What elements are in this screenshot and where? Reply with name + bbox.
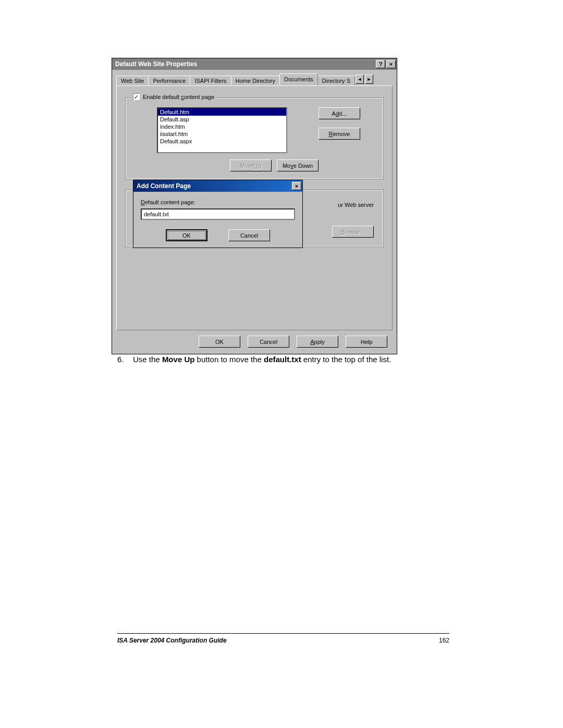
window-title: Default Web Site Properties xyxy=(115,60,375,68)
close-button[interactable]: × xyxy=(386,60,396,68)
move-down-button[interactable]: Move Down xyxy=(277,159,319,171)
instruction-step: 6. Use the Move Up button to move the de… xyxy=(117,354,482,365)
tab-web-site[interactable]: Web Site xyxy=(116,76,149,86)
add-button[interactable]: Add... xyxy=(319,107,360,119)
partial-hidden-text: ur Web server xyxy=(338,202,374,208)
list-item[interactable]: index.htm xyxy=(158,123,286,130)
dialog-titlebar[interactable]: Add Content Page × xyxy=(133,180,302,192)
dialog-button-row: OK Cancel Apply Help xyxy=(116,330,393,349)
dialog-title: Add Content Page xyxy=(137,182,291,190)
tab-performance[interactable]: Performance xyxy=(148,76,190,86)
browse-button[interactable]: Browse... xyxy=(332,226,374,238)
move-up-button[interactable]: Move Up xyxy=(230,159,272,171)
default-content-group: Enable default content page Default.htm … xyxy=(125,97,384,179)
tab-documents[interactable]: Documents xyxy=(279,73,318,85)
dialog-cancel-button[interactable]: Cancel xyxy=(228,229,270,241)
list-item[interactable]: Default.aspx xyxy=(158,138,286,145)
step-text: Use the Move Up button to move the defau… xyxy=(133,354,391,365)
remove-button[interactable]: Remove xyxy=(319,128,360,140)
content-page-list[interactable]: Default.htm Default.asp index.htm iissta… xyxy=(157,107,287,153)
help-button[interactable]: ? xyxy=(376,60,385,68)
apply-button[interactable]: Apply xyxy=(297,336,338,348)
help-button[interactable]: Help xyxy=(346,336,387,348)
list-item[interactable]: Default.asp xyxy=(158,116,286,123)
dialog-ok-button[interactable]: OK xyxy=(166,229,207,241)
default-content-page-label: Default content page: xyxy=(141,199,295,205)
tab-strip: Web Site Performance ISAPI Filters Home … xyxy=(116,73,393,85)
tab-home-directory[interactable]: Home Directory xyxy=(231,76,280,86)
cancel-button[interactable]: Cancel xyxy=(248,336,289,348)
tab-isapi-filters[interactable]: ISAPI Filters xyxy=(190,76,231,86)
list-item[interactable]: Default.htm xyxy=(158,108,286,116)
footer-title: ISA Server 2004 Configuration Guide xyxy=(117,637,227,644)
list-item[interactable]: iisstart.htm xyxy=(158,130,286,138)
step-number: 6. xyxy=(117,354,133,365)
dialog-close-button[interactable]: × xyxy=(292,182,301,190)
tab-scroll-left-icon[interactable]: ◄ xyxy=(356,75,364,84)
page-footer: ISA Server 2004 Configuration Guide 162 xyxy=(117,633,449,644)
tab-directory-security[interactable]: Directory S xyxy=(317,76,355,86)
enable-default-content-checkbox[interactable] xyxy=(133,93,140,100)
titlebar[interactable]: Default Web Site Properties ? × xyxy=(112,58,397,70)
default-content-page-input[interactable] xyxy=(141,208,295,220)
ok-button[interactable]: OK xyxy=(199,336,240,348)
tab-scroll-right-icon[interactable]: ► xyxy=(365,75,373,84)
add-content-page-dialog: Add Content Page × Default content page:… xyxy=(133,180,303,248)
enable-default-content-checkbox-label[interactable]: Enable default content page xyxy=(131,93,216,100)
footer-page-number: 162 xyxy=(439,637,449,644)
